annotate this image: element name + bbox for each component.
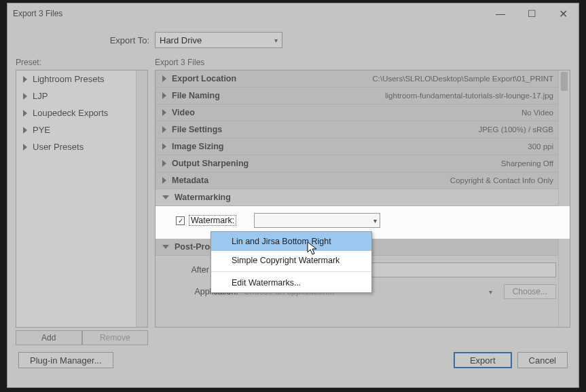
maximize-button[interactable]: ☐ <box>516 3 547 24</box>
chevron-down-icon[interactable]: ▾ <box>489 288 497 296</box>
preset-item-user[interactable]: User Presets <box>16 138 147 155</box>
preset-item-loupedeck[interactable]: Loupedeck Exports <box>16 104 147 121</box>
scrollbar[interactable] <box>136 71 147 327</box>
export-to-select[interactable]: Hard Drive ▾ <box>155 32 282 48</box>
dropdown-item-lin-jirsa[interactable]: Lin and Jirsa Bottom Right <box>211 232 371 251</box>
collapse-icon <box>162 195 169 199</box>
export-dialog: Export 3 Files — ☐ ✕ Export To: Hard Dri… <box>7 3 579 388</box>
plugin-manager-button[interactable]: Plug-in Manager... <box>18 352 113 368</box>
preset-header: Preset: <box>16 58 148 70</box>
watermark-checkbox[interactable]: ✓ <box>176 216 185 225</box>
section-file-settings[interactable]: File Settings JPEG (100%) / sRGB <box>155 121 570 138</box>
preset-item-lightroom[interactable]: Lightroom Presets <box>16 71 147 87</box>
expand-icon <box>23 93 27 100</box>
preset-item-pye[interactable]: PYE <box>16 121 147 138</box>
expand-icon <box>162 177 166 184</box>
collapse-icon <box>162 245 169 249</box>
expand-icon <box>23 110 27 117</box>
close-button[interactable]: ✕ <box>547 3 579 24</box>
expand-icon <box>162 160 166 167</box>
watermark-label: Watermark: <box>189 215 236 226</box>
watermark-dropdown-menu: Lin and Jirsa Bottom Right Simple Copyri… <box>210 231 372 293</box>
preset-item-ljp[interactable]: LJP <box>16 87 147 104</box>
expand-icon <box>162 75 166 82</box>
section-export-location[interactable]: Export Location C:\Users\SLRLO\Desktop\S… <box>155 71 570 87</box>
expand-icon <box>162 92 166 99</box>
scrollbar[interactable] <box>558 71 570 327</box>
minimize-button[interactable]: — <box>485 3 516 24</box>
preset-list[interactable]: Lightroom Presets LJP Loupedeck Exports … <box>16 70 148 328</box>
add-preset-button[interactable]: Add <box>16 330 82 345</box>
expand-icon <box>162 109 166 116</box>
right-header: Export 3 Files <box>155 58 570 70</box>
section-output-sharpening[interactable]: Output Sharpening Sharpening Off <box>155 155 570 172</box>
separator <box>211 271 371 272</box>
export-to-value: Hard Drive <box>160 35 202 45</box>
cancel-button[interactable]: Cancel <box>517 352 568 368</box>
section-metadata[interactable]: Metadata Copyright & Contact Info Only <box>155 172 570 189</box>
section-watermarking[interactable]: Watermarking <box>155 189 570 206</box>
dropdown-item-simple-copyright[interactable]: Simple Copyright Watermark <box>211 251 371 270</box>
expand-icon <box>162 143 166 150</box>
dropdown-item-edit-watermarks[interactable]: Edit Watermarks... <box>211 273 371 292</box>
expand-icon <box>162 126 166 133</box>
chevron-down-icon: ▾ <box>274 37 278 44</box>
titlebar: Export 3 Files — ☐ ✕ <box>7 3 579 24</box>
expand-icon <box>23 76 27 83</box>
export-to-label: Export To: <box>16 35 155 45</box>
section-image-sizing[interactable]: Image Sizing 300 ppi <box>155 138 570 155</box>
watermark-preset-select[interactable]: ▾ <box>254 213 380 228</box>
expand-icon <box>23 127 27 134</box>
expand-icon <box>23 144 27 151</box>
export-button[interactable]: Export <box>454 352 512 368</box>
remove-preset-button[interactable]: Remove <box>82 330 149 345</box>
window-title: Export 3 Files <box>13 9 62 18</box>
section-video[interactable]: Video No Video <box>155 104 570 121</box>
chevron-down-icon: ▾ <box>373 217 377 224</box>
section-file-naming[interactable]: File Naming lightroom-fundamental-tutori… <box>155 87 570 104</box>
choose-application-button[interactable]: Choose... <box>504 284 556 299</box>
